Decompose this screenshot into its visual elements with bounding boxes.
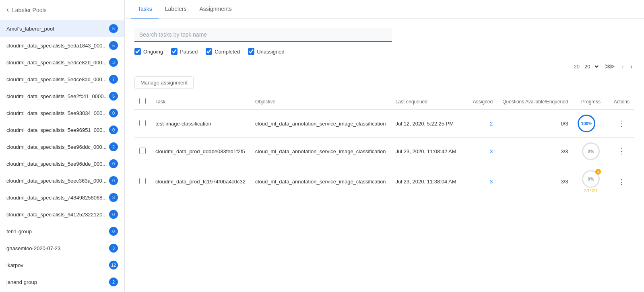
sidebar-item-badge-12: 0 (109, 227, 118, 236)
tabs-bar: TasksLabelersAssignments (125, 0, 644, 19)
cell-task-0: test-image-classification (151, 110, 250, 138)
cell-objective-2: cloud_ml_data_annotation_service_image_c… (250, 165, 390, 198)
sidebar-item-15[interactable]: janend group 2 (0, 273, 124, 290)
sidebar-item-badge-5: 0 (109, 109, 118, 117)
table-row: cloudml_data_prod_dddbe083feb1f2f5 cloud… (134, 138, 634, 165)
filter-label-3: Unassigned (257, 49, 285, 55)
cell-enqueued-2: Jul 23, 2020, 11:38:04 AM (391, 165, 462, 198)
cell-qa-2: 3/3 (497, 165, 573, 198)
checkbox-unassigned[interactable] (248, 48, 254, 55)
kebab-menu-button-2[interactable]: ⋮ (615, 176, 628, 188)
sidebar-item-label-8: cloudml_data_specialists_5ee96dde_000... (6, 161, 109, 167)
cell-qa-1: 3/3 (497, 138, 573, 165)
cell-actions-2: ⋮ (609, 165, 634, 198)
progress-circle-0: 100% (578, 115, 595, 132)
sidebar-item-4[interactable]: cloudml_data_specialists_5ee2fc41_0000..… (0, 88, 124, 105)
filter-label-2: Completed (215, 49, 240, 55)
checkbox-completed[interactable] (206, 48, 212, 55)
tabs-container: TasksLabelersAssignments (131, 0, 238, 18)
sidebar-item-12[interactable]: feb1-group 0 (0, 223, 124, 240)
progress-circle-1: 0% (582, 142, 600, 160)
cell-assigned-1: 3 (462, 138, 497, 165)
manage-assignment-button[interactable]: Manage assignment (134, 76, 194, 89)
filter-completed: Completed (206, 48, 240, 55)
per-page-select[interactable]: 102050100 (583, 63, 600, 70)
sidebar-item-16[interactable]: janend_group 0 (0, 290, 124, 292)
sidebar-item-label-1: cloudml_data_specialists_5eda1843_000... (6, 43, 109, 49)
sidebar-item-8[interactable]: cloudml_data_specialists_5ee96dde_000...… (0, 155, 124, 172)
sidebar-item-badge-4: 5 (109, 92, 118, 101)
tab-assignments[interactable]: Assignments (193, 0, 238, 19)
cell-assigned-2: 3 (462, 165, 497, 198)
tab-labelers[interactable]: Labelers (159, 0, 193, 19)
th-last-enqueued: Last enqueued (391, 94, 462, 110)
sidebar-item-2[interactable]: cloudml_data_specialists_5edce82b_000...… (0, 54, 124, 71)
cell-objective-0: cloud_ml_data_annotation_service_image_c… (250, 110, 390, 138)
sidebar-items: Amol's_laberer_pool 5cloudml_data_specia… (0, 20, 124, 292)
assigned-link-2[interactable]: 3 (490, 179, 493, 185)
cell-enqueued-0: Jul 12, 2020, 5:22:25 PM (391, 110, 462, 138)
checkbox-ongoing[interactable] (134, 48, 141, 55)
row-checkbox-0[interactable] (139, 120, 146, 126)
th-task: Task (151, 94, 250, 110)
select-all-checkbox[interactable] (139, 98, 146, 104)
sidebar-item-label-5: cloudml_data_specialists_5ee93034_000... (6, 110, 109, 116)
sidebar-item-label-15: janend group (6, 279, 109, 285)
row-checkbox-2[interactable] (139, 178, 146, 184)
notif-badge-2: 1 (595, 169, 601, 175)
first-page-button[interactable]: ⋙ (603, 61, 617, 72)
sidebar-item-label-12: feb1-group (6, 228, 109, 234)
filter-ongoing: Ongoing (134, 48, 163, 55)
prev-page-button[interactable]: ‹ (620, 61, 625, 72)
sidebar-item-label-14: ikarpov (6, 262, 109, 268)
sidebar-item-1[interactable]: cloudml_data_specialists_5eda1843_000...… (0, 37, 124, 54)
sidebar-item-3[interactable]: cloudml_data_specialists_5edce8ad_000...… (0, 71, 124, 88)
th-questions: Questions Available/Enqueued (497, 94, 573, 110)
kebab-menu-button-0[interactable]: ⋮ (615, 117, 628, 130)
sidebar-item-7[interactable]: cloudml_data_specialists_5ee96ddc_000...… (0, 138, 124, 155)
th-actions: Actions (609, 94, 634, 110)
cell-qa-0: 0/3 (497, 110, 573, 138)
row-checkbox-1[interactable] (139, 148, 146, 154)
sidebar-item-5[interactable]: cloudml_data_specialists_5ee93034_000...… (0, 105, 124, 121)
pagination-row: 20 102050100 ⋙ ‹ › (134, 61, 634, 72)
sidebar-item-badge-1: 5 (109, 41, 118, 50)
next-page-button[interactable]: › (629, 61, 634, 72)
sidebar-item-label-9: cloudml_data_specialists_5eec363a_000... (6, 178, 109, 184)
assigned-link-0[interactable]: 2 (490, 121, 493, 127)
sidebar-item-badge-9: 0 (109, 176, 118, 185)
cell-progress-1: 0% (573, 138, 609, 165)
tab-tasks[interactable]: Tasks (131, 0, 159, 19)
assigned-link-1[interactable]: 3 (490, 148, 493, 154)
sidebar-item-6[interactable]: cloudml_data_specialists_5ee96951_000...… (0, 121, 124, 138)
sidebar-item-13[interactable]: ghasemloo-2020-07-23 3 (0, 240, 124, 257)
sidebar-item-badge-0: 5 (109, 24, 118, 33)
kebab-menu-button-1[interactable]: ⋮ (615, 145, 628, 157)
cell-objective-1: cloud_ml_data_annotation_service_image_c… (250, 138, 390, 165)
filter-label-0: Ongoing (143, 49, 163, 55)
sidebar-item-badge-10: 3 (109, 193, 118, 202)
table-body: test-image-classification cloud_ml_data_… (134, 110, 634, 198)
sidebar-item-11[interactable]: cloudml_data_specialists_941252322120...… (0, 206, 124, 223)
cell-enqueued-1: Jul 23, 2020, 11:08:42 AM (391, 138, 462, 165)
sidebar-item-0[interactable]: Amol's_laberer_pool 5 (0, 20, 124, 37)
sidebar-item-10[interactable]: cloudml_data_specialists_748498258068...… (0, 189, 124, 206)
checkbox-paused[interactable] (171, 48, 178, 55)
sidebar-item-14[interactable]: ikarpov 12 (0, 257, 124, 273)
sidebar-item-badge-8: 0 (109, 159, 118, 168)
progress-sublabel-2: 2/11/21 (584, 189, 597, 193)
sidebar-item-badge-15: 2 (109, 278, 118, 286)
cell-progress-2: 1 0% 2/11/21 (573, 165, 609, 198)
sidebar-item-badge-11: 0 (109, 210, 118, 219)
sidebar-header[interactable]: ‹ Labeler Pools (0, 0, 124, 20)
cell-actions-1: ⋮ (609, 138, 634, 165)
main-content: TasksLabelersAssignments Ongoing Paused … (125, 0, 644, 292)
cell-actions-0: ⋮ (609, 110, 634, 138)
sidebar-item-label-7: cloudml_data_specialists_5ee96ddc_000... (6, 144, 109, 150)
sidebar-title: Labeler Pools (12, 7, 47, 13)
sidebar-item-label-2: cloudml_data_specialists_5edce82b_000... (6, 60, 109, 66)
sidebar-item-9[interactable]: cloudml_data_specialists_5eec363a_000...… (0, 172, 124, 189)
table-row: test-image-classification cloud_ml_data_… (134, 110, 634, 138)
search-input[interactable] (134, 28, 392, 42)
filter-paused: Paused (171, 48, 198, 55)
